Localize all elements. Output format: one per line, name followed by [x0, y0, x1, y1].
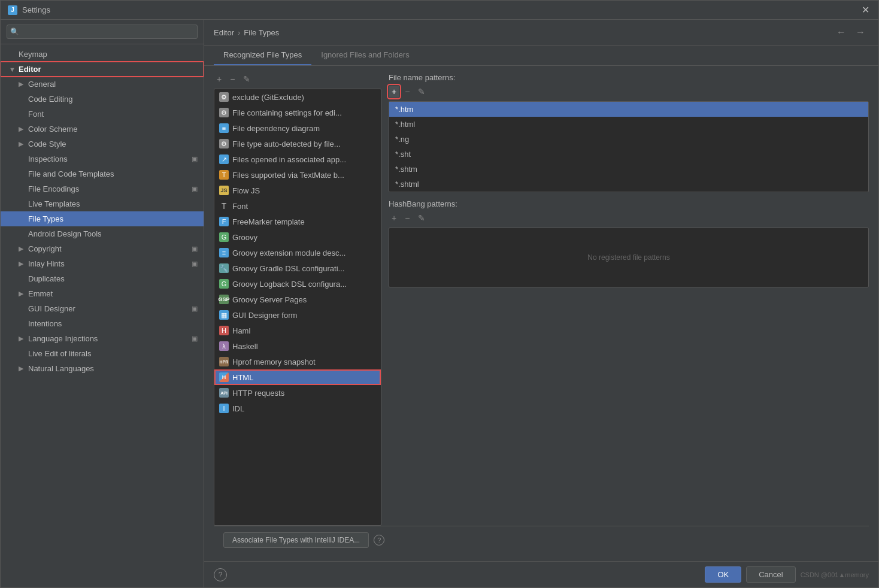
- list-item[interactable]: ≡ Groovy extension module desc...: [214, 245, 381, 260]
- list-item[interactable]: ⚙ File containing settings for edi...: [214, 105, 381, 120]
- sidebar-item-live-templates[interactable]: Live Templates: [1, 196, 204, 211]
- list-item[interactable]: 🔧 Groovy Gradle DSL configurati...: [214, 260, 381, 276]
- arrow-icon: ▶: [19, 290, 26, 298]
- list-item[interactable]: G Groovy: [214, 229, 381, 245]
- sidebar-item-duplicates[interactable]: Duplicates: [1, 271, 204, 286]
- sidebar-item-emmet[interactable]: ▶ Emmet: [1, 286, 204, 301]
- sidebar-item-color-scheme[interactable]: ▶ Color Scheme: [1, 122, 204, 137]
- patterns-col: File name patterns: + − ✎ *.htm *.html *…: [389, 73, 869, 526]
- sidebar-item-live-edit[interactable]: Live Edit of literals: [1, 346, 204, 361]
- sidebar-item-inlay-hints[interactable]: ▶ Inlay Hints ▣: [1, 256, 204, 271]
- sidebar-item-label: File Types: [28, 214, 198, 223]
- nav-back-button[interactable]: ←: [833, 26, 850, 39]
- sidebar-item-label: Inspections: [28, 154, 189, 163]
- list-item[interactable]: HPR Hprof memory snapshot: [214, 354, 381, 369]
- list-item[interactable]: API HTTP requests: [214, 385, 381, 401]
- cancel-button[interactable]: Cancel: [746, 566, 795, 583]
- footer-help-icon[interactable]: ?: [214, 568, 227, 581]
- tab-ignored[interactable]: Ignored Files and Folders: [311, 46, 419, 65]
- list-item[interactable]: G Groovy Logback DSL configura...: [214, 276, 381, 292]
- tab-recognized[interactable]: Recognized File Types: [214, 46, 311, 65]
- file-icon: ⚙: [219, 139, 229, 148]
- sidebar-item-file-code-templates[interactable]: File and Code Templates: [1, 166, 204, 181]
- list-item[interactable]: λ Haskell: [214, 338, 381, 354]
- pattern-item[interactable]: *.htm: [389, 102, 868, 117]
- remove-file-type-button[interactable]: −: [227, 73, 238, 85]
- list-item[interactable]: ▦ GUI Designer form: [214, 307, 381, 323]
- list-item[interactable]: I IDL: [214, 401, 381, 416]
- remove-pattern-button[interactable]: −: [402, 86, 413, 98]
- sidebar-item-code-editing[interactable]: Code Editing: [1, 92, 204, 107]
- two-columns: + − ✎ ⚙ exclude (GitExclude) ⚙: [214, 73, 869, 526]
- patterns-toolbar: + − ✎: [389, 86, 869, 98]
- file-item-label: Haskell: [232, 342, 258, 351]
- sidebar-item-language-injections[interactable]: ▶ Language Injections ▣: [1, 331, 204, 346]
- sidebar-item-intentions[interactable]: Intentions: [1, 316, 204, 331]
- close-button[interactable]: ✕: [859, 4, 871, 16]
- pattern-item[interactable]: *.shtml: [389, 177, 868, 192]
- sidebar-item-label: Editor: [19, 65, 198, 74]
- dialog-footer: ? OK Cancel CSDN @001▲memory: [204, 561, 878, 587]
- list-item-html[interactable]: H HTML: [214, 369, 381, 385]
- nav-forward-button[interactable]: →: [852, 26, 869, 39]
- arrow-icon: ▼: [9, 66, 16, 73]
- hashbang-patterns-section: HashBang patterns: + − ✎ No registered f…: [389, 199, 869, 526]
- badge-icon: ▣: [192, 155, 198, 163]
- list-item[interactable]: ↗ Files opened in associated app...: [214, 151, 381, 167]
- arrow-icon: ▶: [19, 335, 26, 343]
- edit-hashbang-button[interactable]: ✎: [415, 212, 428, 224]
- associate-help-icon[interactable]: ?: [374, 535, 384, 545]
- sidebar-item-font[interactable]: Font: [1, 107, 204, 122]
- add-pattern-button[interactable]: +: [389, 86, 399, 98]
- sidebar-item-label: GUI Designer: [28, 304, 189, 313]
- sidebar-item-general[interactable]: ▶ General: [1, 77, 204, 92]
- edit-pattern-button[interactable]: ✎: [415, 86, 428, 98]
- list-item[interactable]: ⚙ File type auto-detected by file...: [214, 136, 381, 151]
- breadcrumb-separator: ›: [238, 28, 240, 37]
- add-hashbang-button[interactable]: +: [389, 212, 399, 224]
- sidebar-search-area: 🔍: [1, 20, 204, 44]
- settings-window: J Settings ✕ 🔍 Keymap ▼: [0, 0, 879, 588]
- associate-button[interactable]: Associate File Types with IntelliJ IDEA.…: [223, 532, 369, 548]
- pattern-item[interactable]: *.html: [389, 117, 868, 132]
- file-item-label: FreeMarker template: [232, 217, 305, 226]
- add-file-type-button[interactable]: +: [214, 73, 225, 85]
- sidebar-item-file-encodings[interactable]: File Encodings ▣: [1, 181, 204, 196]
- file-icon: HPR: [219, 357, 229, 366]
- sidebar-item-inspections[interactable]: Inspections ▣: [1, 151, 204, 166]
- sidebar-item-natural-languages[interactable]: ▶ Natural Languages: [1, 361, 204, 376]
- nav-buttons: ← →: [833, 26, 869, 39]
- sidebar-item-label: File Encodings: [28, 184, 189, 193]
- list-item[interactable]: JS Flow JS: [214, 183, 381, 198]
- list-item[interactable]: F FreeMarker template: [214, 214, 381, 229]
- sidebar-item-keymap[interactable]: Keymap: [1, 47, 204, 62]
- list-item[interactable]: H Haml: [214, 323, 381, 338]
- file-item-label: Groovy Server Pages: [232, 295, 307, 304]
- list-item[interactable]: GSP Groovy Server Pages: [214, 292, 381, 307]
- sidebar-item-android-design[interactable]: Android Design Tools: [1, 226, 204, 241]
- list-item[interactable]: ≡ File dependency diagram: [214, 120, 381, 136]
- sidebar-item-gui-designer[interactable]: GUI Designer ▣: [1, 301, 204, 316]
- sidebar-item-label: Emmet: [28, 289, 198, 298]
- ok-button[interactable]: OK: [705, 566, 741, 583]
- file-item-label: Files supported via TextMate b...: [232, 171, 344, 180]
- sidebar-item-file-types[interactable]: File Types: [1, 211, 204, 226]
- cancel-btn-label: Cancel: [759, 570, 783, 579]
- list-item[interactable]: ⚙ exclude (GitExclude): [214, 89, 381, 105]
- list-item[interactable]: T Font: [214, 198, 381, 214]
- search-input[interactable]: [7, 25, 198, 39]
- remove-hashbang-button[interactable]: −: [402, 212, 413, 224]
- edit-file-type-button[interactable]: ✎: [240, 73, 253, 85]
- file-icon: API: [219, 388, 229, 398]
- sidebar-item-code-style[interactable]: ▶ Code Style: [1, 137, 204, 151]
- pattern-item[interactable]: *.shtm: [389, 162, 868, 177]
- pattern-item[interactable]: *.ng: [389, 132, 868, 147]
- list-item[interactable]: T Files supported via TextMate b...: [214, 167, 381, 183]
- sidebar-item-copyright[interactable]: ▶ Copyright ▣: [1, 241, 204, 256]
- file-icon: GSP: [219, 295, 229, 304]
- breadcrumb-parent: Editor: [214, 28, 234, 37]
- sidebar-item-editor[interactable]: ▼ Editor: [1, 62, 204, 77]
- sidebar: 🔍 Keymap ▼ Editor ▶ General: [1, 20, 204, 587]
- right-header: Editor › File Types ← →: [204, 20, 878, 46]
- pattern-item[interactable]: *.sht: [389, 147, 868, 162]
